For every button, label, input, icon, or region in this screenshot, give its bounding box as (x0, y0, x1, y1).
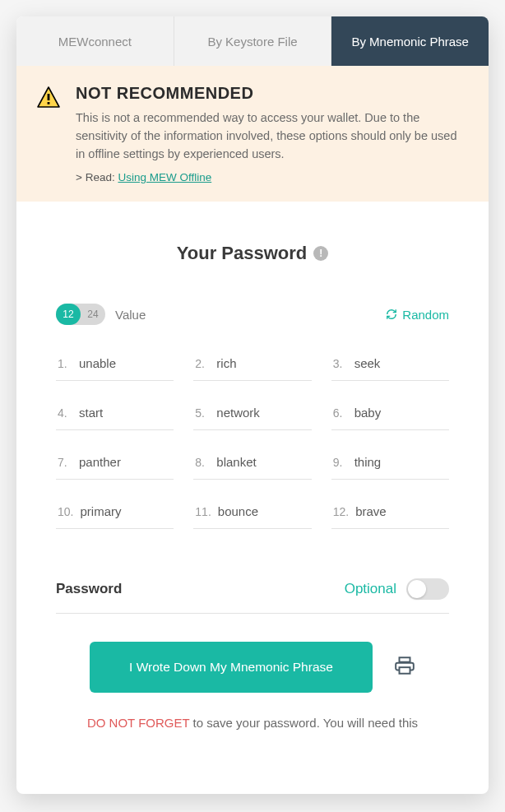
random-label: Random (402, 308, 449, 322)
word-count-12[interactable]: 12 (56, 304, 81, 325)
mnemonic-word[interactable]: 1.unable (56, 346, 174, 381)
word-num: 7. (58, 456, 72, 469)
tab-keystore[interactable]: By Keystore File (174, 16, 332, 66)
word-text: brave (355, 504, 387, 518)
optional-label: Optional (345, 581, 396, 597)
word-text: baby (354, 406, 382, 420)
mew-offline-link[interactable]: Using MEW Offline (118, 171, 211, 183)
tab-bar: MEWconnect By Keystore File By Mnemonic … (16, 16, 489, 66)
word-num: 10. (58, 505, 73, 518)
word-num: 11. (195, 505, 211, 518)
warning-icon (36, 86, 61, 183)
mnemonic-word[interactable]: 3.seek (331, 346, 449, 381)
word-num: 12. (333, 505, 349, 518)
warning-banner: NOT RECOMMENDED This is not a recommende… (16, 66, 489, 202)
word-text: bounce (218, 504, 258, 518)
svg-rect-3 (399, 658, 410, 662)
warning-title: NOT RECOMMENDED (76, 84, 464, 103)
print-icon (394, 655, 415, 676)
word-text: rich (216, 356, 236, 370)
tab-mewconnect[interactable]: MEWconnect (16, 16, 174, 66)
print-button[interactable] (394, 655, 415, 680)
value-label: Value (115, 308, 146, 322)
password-label: Password (56, 581, 122, 597)
svg-rect-1 (48, 94, 50, 100)
warning-text: This is not a recommended way to access … (76, 109, 464, 163)
heading-text: Your Password (177, 243, 308, 264)
password-toggle[interactable] (406, 578, 449, 600)
word-text: network (216, 406, 260, 420)
mnemonic-word[interactable]: 12.brave (331, 494, 449, 529)
svg-rect-2 (48, 102, 50, 104)
switch-knob (408, 580, 426, 598)
word-num: 1. (58, 357, 72, 370)
mnemonic-word[interactable]: 4.start (56, 396, 174, 430)
mnemonic-word[interactable]: 6.baby (331, 396, 449, 430)
refresh-icon (386, 309, 397, 320)
mnemonic-word[interactable]: 10.primary (56, 494, 174, 529)
footer-rest: to save your password. You will need thi… (189, 716, 418, 730)
word-num: 4. (58, 406, 72, 420)
random-button[interactable]: Random (386, 308, 449, 322)
mnemonic-toolbar: 12 24 Value Random (56, 304, 449, 325)
word-text: seek (354, 356, 381, 370)
warning-read-prefix: > Read: (76, 171, 118, 183)
word-num: 9. (333, 456, 348, 469)
mnemonic-word[interactable]: 11.bounce (193, 494, 311, 529)
word-num: 6. (333, 406, 348, 420)
word-text: start (79, 406, 103, 420)
tab-mnemonic[interactable]: By Mnemonic Phrase (331, 16, 489, 66)
mnemonic-word[interactable]: 8.blanket (193, 445, 311, 480)
wallet-create-card: MEWconnect By Keystore File By Mnemonic … (16, 16, 489, 794)
confirm-button[interactable]: I Wrote Down My Mnemonic Phrase (90, 642, 373, 693)
section-heading: Your Password ! (56, 243, 449, 264)
mnemonic-grid: 1.unable 2.rich 3.seek 4.start 5.network… (56, 346, 449, 529)
mnemonic-word[interactable]: 9.thing (331, 445, 449, 480)
word-text: unable (79, 356, 116, 370)
content: Your Password ! 12 24 Value Random (16, 202, 489, 754)
svg-rect-4 (399, 667, 410, 674)
action-row: I Wrote Down My Mnemonic Phrase (56, 642, 449, 693)
footer-note: DO NOT FORGET to save your password. You… (56, 716, 449, 730)
mnemonic-word[interactable]: 2.rich (193, 346, 311, 381)
password-row: Password Optional (56, 578, 449, 614)
mnemonic-word[interactable]: 7.panther (56, 445, 174, 480)
info-icon[interactable]: ! (313, 246, 328, 261)
word-text: panther (79, 455, 121, 469)
word-text: blanket (216, 455, 256, 469)
word-num: 5. (195, 406, 210, 420)
word-count-toggle[interactable]: 12 24 (56, 304, 105, 325)
word-num: 2. (195, 357, 210, 370)
word-text: thing (354, 455, 382, 469)
word-num: 8. (195, 456, 210, 469)
mnemonic-word[interactable]: 5.network (193, 396, 311, 430)
word-num: 3. (333, 357, 348, 370)
warning-read: > Read: Using MEW Offline (76, 171, 464, 183)
toolbar-left: 12 24 Value (56, 304, 146, 325)
warning-body: NOT RECOMMENDED This is not a recommende… (76, 84, 464, 183)
word-count-24[interactable]: 24 (81, 304, 105, 325)
optional-group: Optional (345, 578, 449, 600)
word-text: primary (80, 504, 121, 518)
footer-warning: DO NOT FORGET (87, 716, 189, 730)
